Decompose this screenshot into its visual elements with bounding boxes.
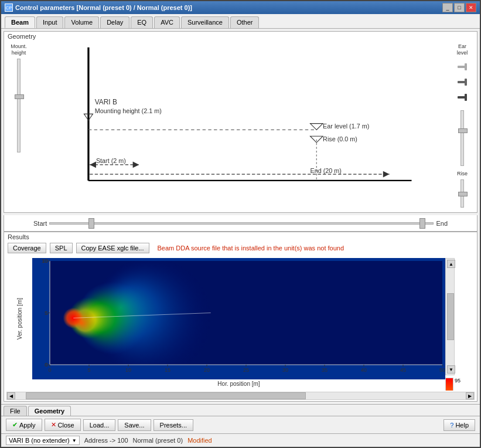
ear-level-thumb[interactable] (458, 128, 468, 133)
results-label: Results (8, 233, 29, 240)
heatmap-canvas (32, 258, 445, 379)
tab-volume[interactable]: Volume (64, 16, 99, 28)
end-label: End (436, 220, 448, 227)
tab-eq[interactable]: EQ (131, 16, 153, 28)
results-section: Results Coverage SPL Copy EASE xglc file… (4, 232, 477, 402)
vertical-scrollbar[interactable]: ▲ ▼ (445, 258, 455, 375)
save-label: Save... (124, 422, 144, 429)
start-label: Start (33, 220, 47, 227)
modified-text: Modified (187, 437, 212, 444)
color-gradient (445, 378, 453, 391)
close-x-icon: ✕ (51, 421, 56, 429)
device-dropdown-arrow: ▼ (72, 438, 77, 443)
window-title: Control parameters [Normal (preset 0) / … (15, 4, 192, 11)
scroll-thumb[interactable] (447, 293, 454, 340)
results-top: Results Coverage SPL Copy EASE xglc file… (4, 232, 477, 256)
help-button[interactable]: ? Help (444, 419, 475, 431)
title-controls: _ □ ✕ (442, 3, 476, 12)
scroll-down-arrow[interactable]: ▼ (447, 365, 455, 374)
rise-label: Rise (457, 171, 468, 177)
copy-ease-button[interactable]: Copy EASE xglc file... (76, 243, 149, 253)
maximize-button[interactable]: □ (454, 3, 465, 12)
tab-other[interactable]: Other (230, 16, 260, 28)
preset-text: Normal (preset 0) (133, 437, 183, 444)
color-scale-labels: 95 90 85 80 75 70 (453, 378, 460, 391)
start-end-bar: Start End (4, 215, 477, 232)
rise-slider[interactable] (460, 179, 464, 208)
svg-text:VARI B: VARI B (95, 98, 117, 106)
h-scroll-thumb[interactable] (26, 392, 306, 399)
address-text: Address -> 100 (84, 437, 128, 444)
scroll-right-arrow[interactable]: ▶ (466, 392, 474, 399)
svg-rect-21 (465, 79, 467, 86)
geometry-section: Geometry Mount.height (4, 31, 477, 213)
main-window: CP Control parameters [Normal (preset 0)… (0, 0, 481, 448)
geometry-inner: Mount.height VARI B Mo (4, 32, 477, 212)
tab-input[interactable]: Input (36, 16, 63, 28)
mount-height-thumb[interactable] (15, 94, 24, 99)
coverage-button[interactable]: Coverage (8, 243, 46, 253)
mount-height-label: Mount.height (11, 43, 27, 56)
title-bar: CP Control parameters [Normal (preset 0)… (1, 1, 480, 14)
scroll-left-arrow[interactable]: ◀ (7, 392, 15, 399)
mount-height-slider[interactable] (17, 59, 21, 152)
error-message: Beam DDA source file that is installed i… (158, 245, 344, 252)
svg-text:Ear level (1.7 m): Ear level (1.7 m) (323, 123, 369, 130)
svg-text:End (20 m): End (20 m) (310, 167, 341, 174)
tab-bar: Beam Input Volume Delay EQ AVC Surveilla… (1, 14, 480, 29)
help-icon: ? (450, 422, 453, 429)
y-axis-label: Ver. position [m] (16, 298, 23, 340)
status-bar: VARI B (no extender) ▼ Address -> 100 No… (1, 433, 480, 447)
geometry-diagram: VARI B Mounting height (2.1 m) Ear level… (33, 41, 448, 212)
ear-icon-mid (456, 76, 468, 88)
svg-text:Mounting height (2.1 m): Mounting height (2.1 m) (95, 107, 162, 114)
help-label: Help (455, 422, 469, 429)
tab-file[interactable]: File (4, 406, 27, 416)
presets-button[interactable]: Presets... (153, 419, 193, 431)
tab-beam[interactable]: Beam (5, 16, 35, 28)
apply-label: Apply (19, 422, 36, 429)
right-panel: ▲ ▼ 95 90 85 80 75 (445, 258, 475, 388)
range-thumb-right[interactable] (419, 218, 425, 229)
main-content: Geometry Mount.height (1, 29, 480, 404)
range-thumb-left[interactable] (88, 218, 94, 229)
tab-delay[interactable]: Delay (100, 16, 129, 28)
window-icon: CP (5, 4, 13, 12)
right-sliders: Earlevel (448, 41, 477, 212)
close-label: Close (58, 422, 74, 429)
geometry-label: Geometry (8, 33, 36, 40)
scale-95: 95 (455, 378, 460, 383)
tab-avc[interactable]: AVC (154, 16, 180, 28)
device-dropdown[interactable]: VARI B (no extender) ▼ (6, 436, 80, 445)
rise-thumb[interactable] (458, 192, 468, 196)
apply-check-icon: ✔ (12, 421, 18, 429)
minimize-button[interactable]: _ (442, 3, 453, 12)
svg-marker-13 (133, 161, 139, 168)
apply-button[interactable]: ✔ Apply (6, 419, 42, 431)
ear-level-label: Earlevel (457, 43, 468, 56)
save-button[interactable]: Save... (118, 419, 151, 431)
presets-label: Presets... (160, 422, 187, 429)
x-axis-label: Hor. position [m] (6, 379, 445, 388)
ear-level-slider[interactable] (460, 110, 464, 167)
ear-icon-low (456, 91, 468, 103)
results-wrapper: Results Coverage SPL Copy EASE xglc file… (4, 232, 477, 401)
color-scale: 95 90 85 80 75 70 (445, 378, 475, 391)
action-bar: ✔ Apply ✕ Close Load... Save... Presets.… (1, 416, 480, 433)
svg-rect-19 (465, 63, 467, 70)
svg-rect-23 (465, 94, 467, 101)
tab-geometry[interactable]: Geometry (28, 406, 71, 416)
spl-button[interactable]: SPL (50, 243, 73, 253)
svg-text:Rise (0.0 m): Rise (0.0 m) (323, 135, 357, 142)
horizontal-scrollbar[interactable]: ◀ ▶ (6, 392, 475, 400)
range-slider-track[interactable] (49, 222, 434, 225)
load-button[interactable]: Load... (83, 419, 116, 431)
heatmap-wrapper: 10 5 0 (32, 258, 445, 379)
close-window-button[interactable]: ✕ (466, 3, 476, 12)
svg-marker-12 (90, 161, 96, 168)
scroll-up-arrow[interactable]: ▲ (447, 260, 455, 268)
tab-surveillance[interactable]: Surveillance (181, 16, 229, 28)
device-label: VARI B (no extender) (9, 437, 70, 444)
bottom-tabs: File Geometry (1, 404, 480, 416)
close-button[interactable]: ✕ Close (45, 419, 81, 431)
